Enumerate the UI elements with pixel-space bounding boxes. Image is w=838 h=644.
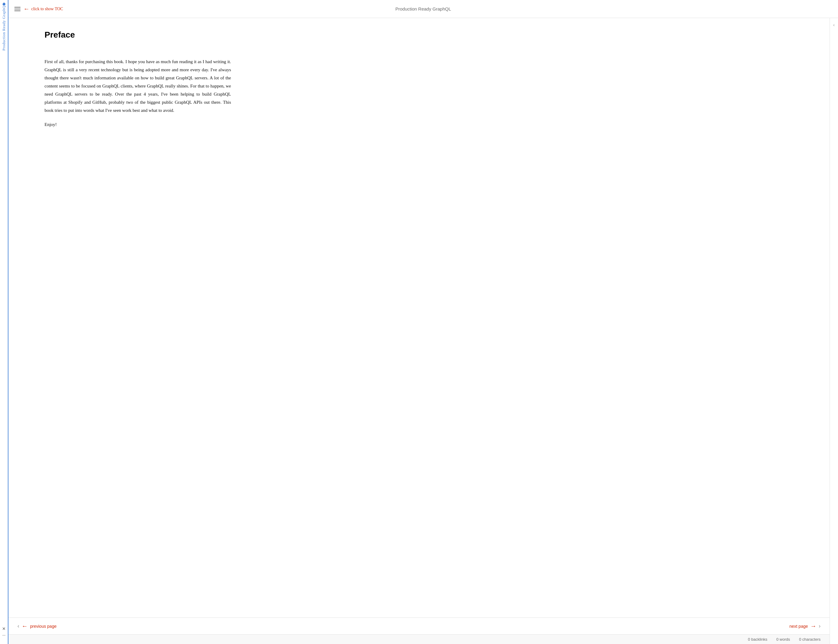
prev-label: previous page: [30, 624, 56, 629]
prev-chevron-icon: ‹: [17, 623, 19, 629]
next-label: next page: [790, 624, 808, 629]
next-page-nav[interactable]: next page ← ›: [790, 623, 821, 629]
words-status: 0 words: [776, 637, 790, 642]
top-bar: ← click to show TOC Production Ready Gra…: [8, 0, 838, 18]
status-bar: 0 backlinks 0 words 0 characters: [8, 634, 830, 644]
content-area: Preface First of all, thanks for purchas…: [8, 18, 830, 618]
content-wrapper: Preface First of all, thanks for purchas…: [8, 18, 830, 644]
main-area: ← click to show TOC Production Ready Gra…: [8, 0, 838, 644]
paragraph-2: Enjoy!: [44, 121, 231, 129]
sidebar-bottom-icons: ✕ ···: [2, 626, 6, 638]
characters-status: 0 characters: [799, 637, 821, 642]
toc-arrow-label: ← click to show TOC: [23, 5, 63, 12]
next-chevron-icon: ›: [819, 623, 821, 629]
close-icon[interactable]: ✕: [2, 626, 6, 631]
sidebar-book-title: Production Ready GraphQL: [2, 3, 6, 51]
toc-label: click to show TOC: [31, 7, 63, 12]
left-sidebar: ◆ Production Ready GraphQL ✕ ···: [0, 0, 8, 644]
next-arrow-icon: ←: [810, 623, 817, 629]
more-icon[interactable]: ···: [2, 633, 6, 638]
backlinks-status: 0 backlinks: [748, 637, 767, 642]
book-title-header: Production Ready GraphQL: [395, 6, 451, 12]
page-content: Preface First of all, thanks for purchas…: [8, 18, 249, 618]
page-text: First of all, thanks for purchasing this…: [44, 58, 231, 129]
hamburger-icon[interactable]: [15, 7, 20, 11]
prev-arrow-icon: ←: [21, 623, 28, 629]
paragraph-1: First of all, thanks for purchasing this…: [44, 58, 231, 115]
prev-page-nav[interactable]: ‹ ← previous page: [17, 623, 56, 629]
left-arrow-icon: ←: [23, 5, 30, 12]
nav-bar: ‹ ← previous page next page ← ›: [8, 618, 830, 634]
page-title: Preface: [44, 30, 231, 40]
toc-toggle[interactable]: ← click to show TOC: [15, 5, 63, 12]
right-collapse-button[interactable]: ‹: [830, 18, 838, 644]
